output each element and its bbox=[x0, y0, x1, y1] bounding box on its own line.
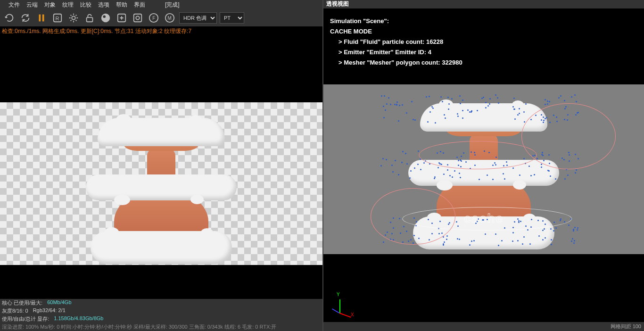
menu-item[interactable]: 对象 bbox=[44, 1, 56, 9]
render-viewport[interactable] bbox=[0, 36, 322, 299]
perspective-viewport[interactable]: cache Y X bbox=[323, 73, 644, 322]
bottom-stats: 核心 已使用/最大: 60Mb/4Gb 灰度8/16: 0 Rgb32/64: … bbox=[0, 299, 322, 331]
menu-item[interactable]: 文件 bbox=[8, 1, 20, 9]
lock-icon[interactable] bbox=[83, 11, 96, 25]
simulation-info: Simulation "Scene": CACHE MODE > Fluid "… bbox=[323, 8, 644, 73]
menu-item[interactable]: 界面 bbox=[134, 1, 145, 9]
svg-point-6 bbox=[102, 14, 110, 22]
gray-stat: 灰度8/16: 0 bbox=[2, 307, 28, 314]
menu-item[interactable]: 帮助 bbox=[116, 1, 127, 9]
menu-item[interactable]: 比较 bbox=[80, 1, 91, 9]
emitter-line: > Emitter "Emitter" Emitter ID: 4 bbox=[330, 47, 637, 58]
axis-y-label: Y bbox=[337, 292, 340, 297]
core-label: 核心 已使用/最大: bbox=[2, 299, 42, 306]
svg-point-7 bbox=[103, 16, 106, 18]
svg-text:R: R bbox=[55, 16, 59, 21]
menu-item[interactable]: 云端 bbox=[26, 1, 38, 9]
cycle-icon[interactable] bbox=[19, 11, 32, 25]
svg-rect-9 bbox=[134, 14, 142, 22]
axis-x-label: X bbox=[351, 312, 354, 317]
m-circle-icon[interactable]: M bbox=[163, 11, 176, 25]
svg-text:F: F bbox=[152, 16, 155, 21]
gear-icon[interactable] bbox=[67, 11, 80, 25]
hdr-select[interactable]: HDR 色调 bbox=[179, 12, 217, 24]
vram-value: 1.158Gb/4.83Gb/8Gb bbox=[54, 315, 103, 323]
svg-point-10 bbox=[136, 16, 139, 19]
sim-header: Simulation "Scene": bbox=[330, 16, 637, 26]
fluid-line: > Fluid "Fluid" particle count: 16228 bbox=[330, 37, 637, 47]
refresh-icon[interactable] bbox=[3, 11, 16, 25]
done-label: [完成] bbox=[165, 1, 180, 9]
perspective-panel: 透视视图 Simulation "Scene": CACHE MODE > Fl… bbox=[323, 0, 644, 331]
rgb-stat: Rgb32/64: 2/1 bbox=[33, 307, 66, 314]
render-stats: 渲染进度: 100% Ms/秒: 0 时间:小时:分钟:秒/小时:分钟:秒 采样… bbox=[2, 323, 276, 331]
svg-rect-5 bbox=[87, 17, 93, 22]
cache-overlay: cache bbox=[464, 211, 504, 226]
toolbar: R F M HDR 色调 PT bbox=[0, 9, 322, 26]
status-line: 检查:0ms./1ms. 网格生成:0ms. 更新[C]:0ms. 节点:31 … bbox=[0, 26, 322, 36]
pause-icon[interactable] bbox=[35, 11, 48, 25]
f-circle-icon[interactable]: F bbox=[147, 11, 160, 25]
cache-mode-label: CACHE MODE bbox=[330, 26, 637, 37]
o-box-icon[interactable] bbox=[131, 11, 144, 25]
viewport-background: cache bbox=[323, 84, 644, 254]
menu-item[interactable]: 选项 bbox=[98, 1, 109, 9]
render-panel: 文件 云端 对象 纹理 比较 选项 帮助 界面 [完成] R F M HDR 色… bbox=[0, 0, 323, 331]
render-image bbox=[0, 102, 322, 265]
panel-title: 透视视图 bbox=[323, 0, 644, 8]
vram-label: 使用/自由/总计 显存: bbox=[2, 315, 49, 323]
svg-point-4 bbox=[72, 16, 75, 19]
menu-item[interactable]: 纹理 bbox=[62, 1, 74, 9]
mesher-line: > Mesher "Mesher" polygon count: 322980 bbox=[330, 58, 637, 68]
axis-gizmo-icon: Y X bbox=[329, 293, 353, 316]
menubar: 文件 云端 对象 纹理 比较 选项 帮助 界面 [完成] bbox=[0, 0, 322, 9]
sphere-icon[interactable] bbox=[99, 11, 112, 25]
core-value: 60Mb/4Gb bbox=[47, 299, 71, 306]
svg-text:M: M bbox=[167, 16, 171, 21]
r-box-icon[interactable]: R bbox=[51, 11, 64, 25]
pt-select[interactable]: PT bbox=[220, 12, 244, 24]
add-box-icon[interactable] bbox=[115, 11, 128, 25]
grid-spacing-label: 网格间距 100 bbox=[323, 322, 644, 331]
